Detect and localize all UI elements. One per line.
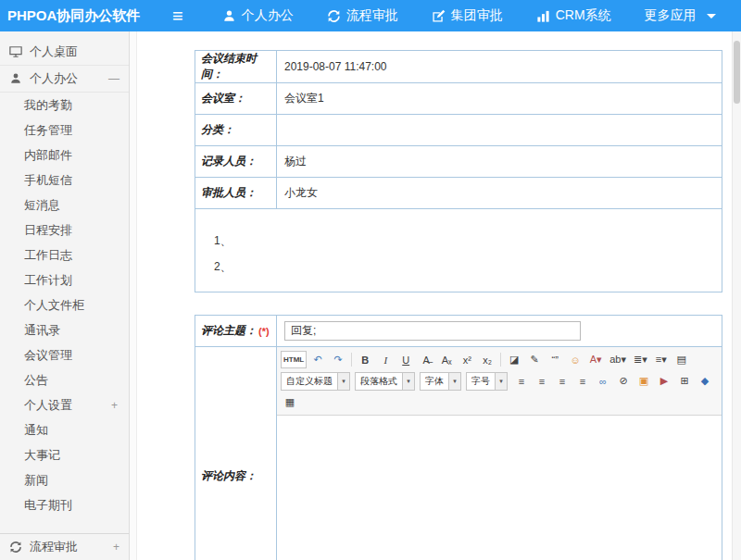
sidebar-item-internal-mail[interactable]: 内部邮件	[0, 143, 129, 168]
expand-icon[interactable]: +	[111, 399, 118, 412]
field-label: 会议室：	[195, 83, 277, 115]
nav-personal-office[interactable]: 个人办公	[222, 7, 294, 24]
toolbar-separator	[351, 353, 352, 367]
sidebar-item-short-message[interactable]: 短消息	[0, 193, 129, 218]
scrollbar-thumb[interactable]	[734, 41, 740, 104]
app-logo[interactable]: PHPOA协同办公软件	[0, 7, 172, 25]
sidebar-item-work-plan[interactable]: 工作计划	[0, 268, 129, 292]
nav-more-apps[interactable]: 更多应用	[645, 7, 716, 24]
superscript-button[interactable]: x²	[458, 351, 476, 368]
required-mark: (*)	[258, 326, 270, 337]
eraser-button[interactable]: ◪	[505, 351, 523, 368]
highlight-button[interactable]: ab▾	[607, 351, 629, 368]
table-button[interactable]: ▦	[281, 393, 299, 411]
sidebar-item-contacts[interactable]: 通讯录	[0, 317, 129, 342]
meeting-notes-cell: 1、 2、	[195, 209, 722, 292]
sidebar-item-label: 流程审批	[30, 539, 78, 555]
bold-button[interactable]: B	[356, 351, 374, 368]
sidebar-item-process-approval[interactable]: 流程审批 +	[0, 533, 129, 560]
sidebar-item-file-cabinet[interactable]: 个人文件柜	[0, 292, 129, 317]
redo-button[interactable]: ↷	[329, 351, 347, 368]
underline-button[interactable]: U	[396, 351, 415, 368]
sidebar-item-label: 个人桌面	[30, 44, 78, 60]
sidebar-item-personal-office[interactable]: 个人办公 —	[0, 66, 129, 93]
sidebar: 个人桌面 个人办公 — 我的考勤 任务管理 内部邮件 手机短信 短消息 日程安排…	[0, 31, 130, 560]
image-button[interactable]: ▣	[634, 372, 653, 390]
edit-icon	[432, 9, 446, 23]
emoticon-button[interactable]: ☺	[566, 351, 584, 368]
sidebar-divider	[130, 31, 137, 560]
field-label: 审批人员：	[195, 178, 277, 209]
attachment-button[interactable]: ⊞	[675, 372, 694, 390]
align-justify-button[interactable]: ≡	[573, 372, 592, 390]
sync-icon	[327, 9, 341, 23]
html-source-button[interactable]: HTML	[281, 351, 307, 368]
custom-heading-select[interactable]: 自定义标题▾	[281, 372, 350, 391]
ordered-list-button[interactable]: ≣▾	[631, 351, 650, 368]
comment-subject-label: 评论主题：(*)	[195, 316, 277, 347]
format-brush-button[interactable]: ✎	[525, 351, 544, 368]
blockquote-button[interactable]: “”	[546, 351, 564, 368]
toolbar-separator	[500, 353, 501, 367]
chart-icon	[536, 9, 550, 23]
align-right-button[interactable]: ≡	[553, 372, 571, 390]
toolbar-row-2: 自定义标题▾ 段落格式▾ 字体▾ 字号▾ ≡ ≡ ≡ ≡ ∞ ⊘ ▣ ▶	[280, 370, 719, 392]
italic-button[interactable]: I	[376, 351, 395, 368]
link-button[interactable]: ∞	[594, 372, 612, 390]
font-color-button[interactable]: A▾	[586, 351, 605, 368]
sidebar-item-attendance[interactable]: 我的考勤	[0, 93, 129, 118]
comment-form-table: 评论主题：(*) 评论内容： HTML ↶ ↷ B	[195, 315, 722, 560]
field-value: 小龙女	[277, 178, 722, 209]
sidebar-item-meeting-management[interactable]: 会议管理	[0, 342, 129, 367]
nav-crm-system[interactable]: CRM系统	[536, 7, 611, 24]
sidebar-item-announcement[interactable]: 公告	[0, 367, 129, 392]
unordered-list-button[interactable]: ≡▾	[652, 351, 671, 368]
sidebar-item-e-journal[interactable]: 电子期刊	[0, 492, 129, 517]
editor-content-area[interactable]	[277, 416, 722, 560]
sidebar-item-memorabilia[interactable]: 大事记	[0, 442, 129, 467]
sidebar-item-work-log[interactable]: 工作日志	[0, 243, 129, 268]
strikethrough-button[interactable]: A̶	[417, 351, 435, 368]
comment-subject-input[interactable]	[284, 321, 581, 341]
note-line: 2、	[214, 254, 722, 280]
nav-label: CRM系统	[556, 7, 611, 24]
collapse-icon[interactable]: —	[108, 72, 119, 85]
field-label: 记录人员：	[195, 146, 277, 178]
paragraph-format-select[interactable]: 段落格式▾	[355, 372, 415, 391]
font-size-select[interactable]: 字号▾	[466, 372, 508, 391]
align-center-button[interactable]: ≡	[533, 372, 551, 390]
sidebar-item-notice[interactable]: 通知	[0, 417, 129, 442]
expand-icon[interactable]: +	[113, 541, 119, 554]
vertical-scrollbar[interactable]	[732, 31, 741, 560]
paste-button[interactable]: ▤	[672, 351, 691, 368]
top-nav-menu: 个人办公 流程审批 集团审批 CRM系统 更多应用	[222, 7, 716, 24]
rich-text-editor: HTML ↶ ↷ B I U A̶ Aₓ x² x₂ ◪	[277, 347, 722, 560]
editor-toolbar: HTML ↶ ↷ B I U A̶ Aₓ x² x₂ ◪	[277, 347, 722, 416]
align-left-button[interactable]: ≡	[512, 372, 531, 390]
sidebar-item-personal-desktop[interactable]: 个人桌面	[0, 39, 129, 66]
subscript-button[interactable]: x₂	[478, 351, 496, 368]
comment-subject-cell	[277, 316, 722, 347]
save-button[interactable]: ◆	[696, 372, 714, 390]
nav-label: 更多应用	[645, 7, 697, 24]
undo-button[interactable]: ↶	[308, 351, 327, 368]
unlink-button[interactable]: ⊘	[614, 372, 633, 390]
font-family-select[interactable]: 字体▾	[420, 372, 461, 391]
desktop-icon	[9, 45, 22, 58]
sidebar-item-task-management[interactable]: 任务管理	[0, 118, 129, 143]
field-label: 会议结束时间：	[195, 51, 277, 83]
nav-label: 集团审批	[451, 7, 503, 24]
remove-format-button[interactable]: Aₓ	[437, 351, 456, 368]
sidebar-sub-menu: 我的考勤 任务管理 内部邮件 手机短信 短消息 日程安排 工作日志 工作计划 个…	[0, 93, 129, 533]
sidebar-item-schedule[interactable]: 日程安排	[0, 218, 129, 243]
nav-group-approval[interactable]: 集团审批	[432, 7, 503, 24]
sidebar-item-news[interactable]: 新闻	[0, 467, 129, 492]
field-value: 2019-08-07 11:47:00	[277, 51, 722, 83]
video-button[interactable]: ▶	[655, 372, 673, 390]
sidebar-item-personal-settings[interactable]: 个人设置+	[0, 392, 129, 417]
page-layout: 个人桌面 个人办公 — 我的考勤 任务管理 内部邮件 手机短信 短消息 日程安排…	[0, 31, 741, 560]
sidebar-item-mobile-sms[interactable]: 手机短信	[0, 168, 129, 193]
chevron-down-icon: ▾	[337, 373, 349, 390]
nav-process-approval[interactable]: 流程审批	[327, 7, 398, 24]
hamburger-menu-icon[interactable]: ≡	[172, 6, 183, 25]
